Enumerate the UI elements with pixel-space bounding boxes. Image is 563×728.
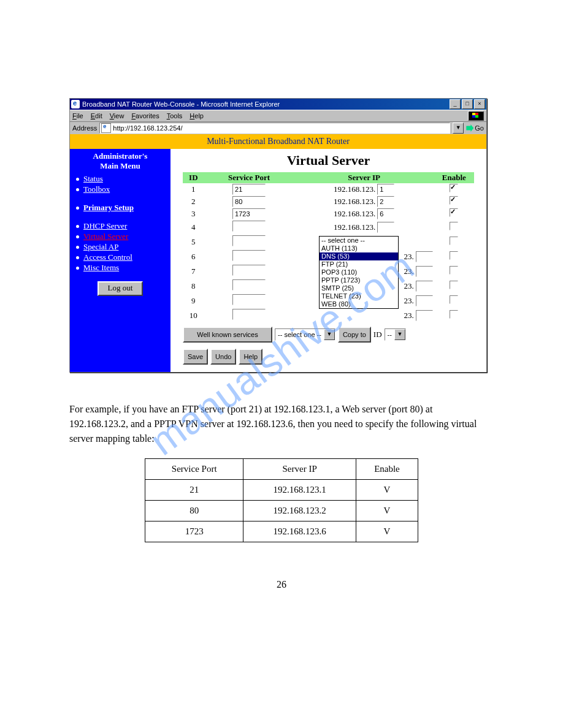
enable-checkbox[interactable]	[450, 281, 458, 289]
cell-id: 3	[183, 208, 204, 220]
cell-id: 8	[183, 279, 204, 294]
menu-edit[interactable]: Edit	[91, 112, 102, 119]
page-icon	[101, 123, 111, 133]
port-input[interactable]	[232, 265, 266, 276]
table-row: 280192.168.123.2	[183, 195, 474, 208]
dropdown-option[interactable]: POP3 (110)	[320, 268, 398, 276]
ip-input[interactable]	[416, 266, 433, 277]
enable-checkbox[interactable]	[450, 222, 458, 230]
th-ip: Server IP	[294, 172, 434, 183]
enable-checkbox[interactable]	[450, 310, 458, 319]
enable-checkbox[interactable]	[450, 237, 458, 245]
menu-file[interactable]: File	[72, 112, 83, 119]
port-input[interactable]: 21	[232, 184, 266, 195]
table-row: 4192.168.123.	[183, 220, 474, 235]
go-label: Go	[475, 124, 484, 132]
titlebar: Broadband NAT Router Web-Console - Micro…	[70, 99, 486, 110]
menu-favorites[interactable]: Favorites	[131, 112, 159, 119]
enable-checkbox[interactable]	[450, 208, 458, 217]
go-button[interactable]: Go	[466, 124, 484, 132]
cell-id: 4	[183, 220, 204, 235]
id-label: ID	[373, 330, 382, 339]
address-bar: Address http://192.168.123.254/ ▼ Go	[70, 121, 486, 134]
menu-tools[interactable]: Tools	[167, 112, 183, 119]
port-input[interactable]	[232, 309, 266, 320]
table-row: 1723192.168.123.6V	[145, 521, 418, 542]
sidebar-item-dhcp[interactable]: DHCP Server	[76, 221, 167, 231]
minimize-button[interactable]: _	[450, 99, 461, 109]
dropdown-option[interactable]: WEB (80)	[320, 300, 398, 308]
undo-button[interactable]: Undo	[210, 349, 236, 365]
page-title: Virtual Server	[183, 153, 474, 169]
dropdown-option[interactable]: PPTP (1723)	[320, 276, 398, 284]
ip-input[interactable]	[377, 222, 394, 233]
address-dropdown-icon[interactable]: ▼	[453, 123, 464, 134]
table-row: 1023.	[183, 308, 474, 323]
ip-prefix: 192.168.123.	[334, 184, 375, 194]
wellknown-select-value: -- select one --	[278, 331, 321, 338]
sidebar-item-status[interactable]: Status	[76, 174, 167, 184]
table-row: 121192.168.123.1	[183, 183, 474, 195]
browser-window: Broadband NAT Router Web-Console - Micro…	[69, 98, 487, 373]
ip-input[interactable]	[416, 281, 433, 292]
ip-input[interactable]: 6	[377, 208, 394, 219]
maximize-button[interactable]: □	[462, 99, 473, 109]
dropdown-option[interactable]: TELNET (23)	[320, 292, 398, 300]
sidebar: Administrator's Main Menu Status Toolbox…	[70, 149, 170, 372]
port-input[interactable]	[232, 221, 266, 232]
port-input[interactable]	[232, 279, 266, 290]
address-url: http://192.168.123.254/	[113, 124, 182, 132]
menu-help[interactable]: Help	[190, 112, 204, 119]
copy-to-button[interactable]: Copy to	[338, 327, 371, 343]
id-select[interactable]: -- ▼	[385, 328, 406, 341]
address-input[interactable]: http://192.168.123.254/	[99, 123, 450, 134]
enable-checkbox[interactable]	[450, 251, 458, 260]
banner: Multi-Functional Broadband NAT Router	[70, 134, 486, 149]
help-button[interactable]: Help	[239, 349, 262, 365]
ip-input[interactable]	[416, 295, 433, 306]
service-mapping-table: Service Port Server IP Enable 21192.168.…	[145, 458, 418, 542]
sidebar-item-virtual-server[interactable]: Virtual Server	[76, 232, 167, 241]
port-input[interactable]	[232, 294, 266, 305]
ip-prefix: 23.	[404, 281, 413, 291]
ip-input[interactable]: 2	[377, 196, 394, 207]
body-text: For example, if you have an FTP server (…	[69, 402, 494, 446]
ip-input[interactable]: 1	[377, 184, 394, 195]
dropdown-option[interactable]: FTP (21)	[320, 260, 398, 268]
ip-prefix: 23.	[404, 267, 413, 276]
dropdown-option[interactable]: DNS (53)	[320, 252, 398, 260]
sidebar-item-primary-setup[interactable]: Primary Setup	[76, 203, 167, 213]
dropdown-option[interactable]: AUTH (113)	[320, 245, 398, 252]
sidebar-item-special-ap[interactable]: Special AP	[76, 242, 167, 252]
enable-checkbox[interactable]	[450, 295, 458, 304]
menu-view[interactable]: View	[110, 112, 124, 119]
dropdown-option[interactable]: -- select one --	[320, 237, 398, 245]
port-input[interactable]	[232, 235, 266, 246]
id-select-value: --	[388, 331, 392, 338]
ip-input[interactable]	[416, 251, 433, 262]
enable-checkbox[interactable]	[450, 184, 458, 192]
sidebar-item-misc[interactable]: Misc Items	[76, 263, 167, 273]
save-button[interactable]: Save	[183, 349, 208, 365]
port-input[interactable]: 80	[232, 196, 266, 207]
chevron-down-icon: ▼	[394, 329, 405, 340]
cell-id: 2	[183, 195, 204, 208]
sidebar-title: Administrator's Main Menu	[74, 151, 167, 170]
ip-prefix: 192.168.123.	[334, 222, 375, 232]
sidebar-item-toolbox[interactable]: Toolbox	[76, 184, 167, 194]
port-input[interactable]: 1723	[232, 208, 266, 219]
close-button[interactable]: ×	[474, 99, 485, 109]
logout-button[interactable]: Log out	[98, 281, 143, 296]
port-input[interactable]	[232, 250, 266, 261]
enable-checkbox[interactable]	[450, 266, 458, 275]
service-dropdown-list[interactable]: -- select one --AUTH (113)DNS (53)FTP (2…	[319, 236, 399, 309]
cell-id: 7	[183, 264, 204, 279]
ip-input[interactable]	[416, 310, 433, 321]
enable-checkbox[interactable]	[450, 196, 458, 205]
sidebar-item-access-control[interactable]: Access Control	[76, 252, 167, 262]
dropdown-option[interactable]: SMTP (25)	[320, 284, 398, 292]
cell-id: 1	[183, 183, 204, 195]
cell-id: 6	[183, 249, 204, 264]
cell-enable: V	[356, 501, 418, 521]
wellknown-select[interactable]: -- select one -- ▼	[275, 328, 335, 341]
